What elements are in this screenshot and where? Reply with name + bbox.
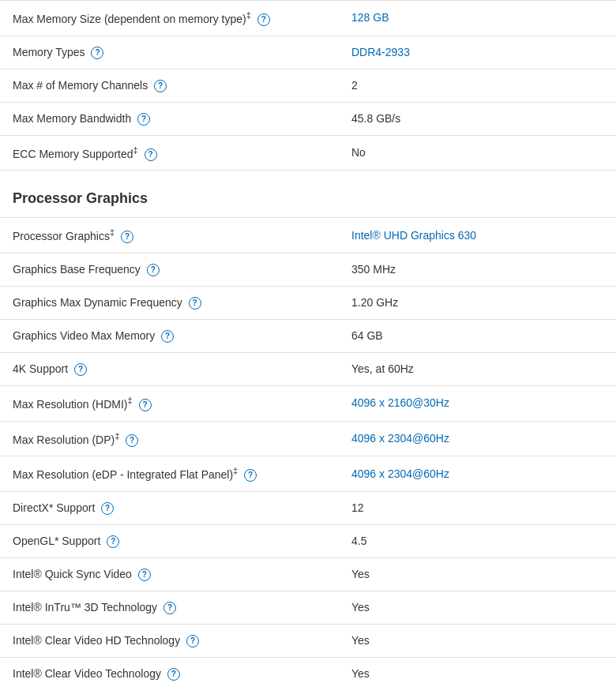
spec-value: DDR4-2933 (339, 36, 616, 69)
label-text: Graphics Base Frequency (13, 263, 141, 276)
spec-label: Memory Types ? (0, 36, 339, 69)
label-text: DirectX* Support (13, 501, 95, 514)
table-row: Max Resolution (HDMI)‡ ? 4096 x 2160@30H… (0, 385, 616, 421)
footnote-marker: ‡ (115, 431, 119, 441)
label-text: Intel® Quick Sync Video (13, 568, 132, 580)
tooltip-icon[interactable]: ? (138, 569, 151, 581)
spec-label: Max Memory Bandwidth ? (0, 102, 339, 135)
spec-value: 4096 x 2160@30Hz (339, 385, 616, 421)
section-title: Processor Graphics (0, 171, 616, 218)
spec-label: Max Resolution (DP)‡ ? (0, 421, 339, 456)
spec-label: DirectX* Support ? (0, 491, 339, 524)
tooltip-icon[interactable]: ? (189, 297, 201, 310)
label-text: Max Resolution (HDMI) (13, 398, 127, 411)
label-text: Max # of Memory Channels (13, 79, 148, 92)
footnote-marker: ‡ (110, 227, 115, 237)
spec-value: 4096 x 2304@60Hz (339, 456, 616, 492)
tooltip-icon[interactable]: ? (163, 602, 176, 614)
table-row: OpenGL* Support ? 4.5 (0, 524, 616, 557)
footnote-marker: ‡ (233, 466, 238, 475)
spec-label: Max Memory Size (dependent on memory typ… (0, 1, 339, 36)
label-text: Graphics Max Dynamic Frequency (13, 296, 182, 309)
table-row: Graphics Base Frequency ? 350 MHz (0, 253, 616, 286)
tooltip-icon[interactable]: ? (107, 535, 119, 548)
spec-label: Graphics Base Frequency ? (0, 253, 339, 286)
label-text: Max Resolution (DP) (13, 433, 115, 445)
spec-value: 2 (339, 69, 616, 102)
label-text: OpenGL* Support (13, 535, 100, 547)
spec-label: Graphics Max Dynamic Frequency ? (0, 286, 339, 319)
table-row: Memory Types ? DDR4-2933 (0, 36, 616, 69)
spec-value: 128 GB (339, 1, 616, 36)
spec-label: Max # of Memory Channels ? (0, 69, 339, 102)
tooltip-icon[interactable]: ? (74, 363, 87, 376)
table-row: DirectX* Support ? 12 (0, 491, 616, 524)
tooltip-icon[interactable]: ? (161, 330, 174, 343)
spec-value: Yes, at 60Hz (339, 352, 616, 385)
label-text: Max Resolution (eDP - Integrated Flat Pa… (13, 468, 233, 481)
spec-value: Yes (339, 591, 616, 624)
label-text: Max Memory Size (dependent on memory typ… (13, 13, 246, 25)
tooltip-icon[interactable]: ? (137, 113, 150, 126)
table-row: Intel® InTru™ 3D Technology ? Yes (0, 591, 616, 624)
spec-label: OpenGL* Support ? (0, 524, 339, 557)
section-header-row: Processor Graphics (0, 171, 616, 218)
label-text: Memory Types (13, 46, 85, 58)
spec-value: Yes (339, 657, 616, 683)
footnote-marker: ‡ (133, 145, 138, 155)
tooltip-icon[interactable]: ? (154, 80, 167, 92)
spec-value: No (339, 135, 616, 171)
spec-value: Intel® UHD Graphics 630 (339, 218, 616, 253)
spec-value: 350 MHz (339, 253, 616, 286)
spec-label: Intel® InTru™ 3D Technology ? (0, 591, 339, 624)
footnote-marker: ‡ (246, 10, 251, 20)
tooltip-icon[interactable]: ? (244, 469, 257, 482)
tooltip-icon[interactable]: ? (91, 47, 103, 59)
spec-value: 45.8 GB/s (339, 102, 616, 135)
label-text: Graphics Video Max Memory (13, 329, 155, 342)
spec-label: Intel® Clear Video HD Technology ? (0, 624, 339, 657)
table-row: Max Memory Bandwidth ? 45.8 GB/s (0, 102, 616, 135)
spec-value: 12 (339, 491, 616, 524)
spec-label: Processor Graphics‡ ? (0, 218, 339, 253)
spec-label: Graphics Video Max Memory ? (0, 319, 339, 352)
table-row: Intel® Clear Video HD Technology ? Yes (0, 624, 616, 657)
table-row: Max Resolution (DP)‡ ? 4096 x 2304@60Hz (0, 421, 616, 456)
spec-label: Intel® Quick Sync Video ? (0, 557, 339, 591)
spec-value: 4.5 (339, 524, 616, 557)
footnote-marker: ‡ (127, 396, 132, 405)
spec-label: 4K Support ? (0, 352, 339, 385)
spec-label: Max Resolution (eDP - Integrated Flat Pa… (0, 456, 339, 492)
tooltip-icon[interactable]: ? (257, 13, 270, 26)
table-row: Intel® Clear Video Technology ? Yes (0, 657, 616, 683)
tooltip-icon[interactable]: ? (167, 668, 180, 681)
spec-value: 64 GB (339, 319, 616, 352)
label-text: Processor Graphics (13, 230, 110, 242)
spec-value: Yes (339, 624, 616, 657)
tooltip-icon[interactable]: ? (101, 502, 114, 515)
spec-label: Intel® Clear Video Technology ? (0, 657, 339, 683)
spec-label: Max Resolution (HDMI)‡ ? (0, 385, 339, 421)
spec-value: Yes (339, 557, 616, 591)
table-row: ECC Memory Supported‡ ? No (0, 135, 616, 171)
label-text: 4K Support (13, 362, 68, 375)
label-text: Intel® Clear Video HD Technology (13, 634, 180, 647)
tooltip-icon[interactable]: ? (186, 635, 199, 647)
table-row: Max Memory Size (dependent on memory typ… (0, 1, 616, 36)
label-text: Max Memory Bandwidth (13, 112, 131, 125)
table-row: 4K Support ? Yes, at 60Hz (0, 352, 616, 385)
label-text: ECC Memory Supported (13, 147, 133, 159)
tooltip-icon[interactable]: ? (139, 399, 152, 411)
tooltip-icon[interactable]: ? (145, 148, 157, 161)
table-row: Max # of Memory Channels ? 2 (0, 69, 616, 102)
spec-label: ECC Memory Supported‡ ? (0, 135, 339, 171)
spec-table: Max Memory Size (dependent on memory typ… (0, 0, 616, 683)
table-row: Intel® Quick Sync Video ? Yes (0, 557, 616, 591)
spec-value: 1.20 GHz (339, 286, 616, 319)
tooltip-icon[interactable]: ? (147, 264, 160, 276)
table-row: Graphics Video Max Memory ? 64 GB (0, 319, 616, 352)
tooltip-icon[interactable]: ? (121, 231, 133, 243)
label-text: Intel® InTru™ 3D Technology (13, 601, 157, 614)
tooltip-icon[interactable]: ? (126, 434, 138, 447)
table-row: Graphics Max Dynamic Frequency ? 1.20 GH… (0, 286, 616, 319)
